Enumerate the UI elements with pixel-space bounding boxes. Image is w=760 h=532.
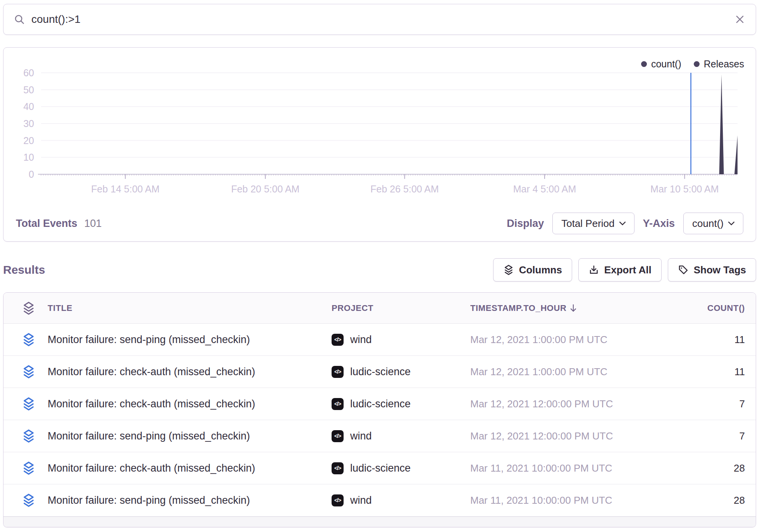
table-header-row: TITLE PROJECT TIMESTAMP.TO_HOUR COUNT() bbox=[3, 293, 756, 324]
sort-desc-icon bbox=[570, 304, 577, 312]
table-row[interactable]: Monitor failure: check-auth (missed_chec… bbox=[3, 356, 756, 388]
discover-page: count() Releases 0102030405060Feb 14 5:0… bbox=[0, 0, 760, 532]
event-timestamp[interactable]: Mar 12, 2021 12:00:00 PM UTC bbox=[470, 430, 668, 442]
yaxis-dropdown-value: count() bbox=[692, 218, 724, 230]
stack-icon[interactable] bbox=[22, 397, 36, 411]
table-row[interactable]: Monitor failure: check-auth (missed_chec… bbox=[3, 452, 756, 484]
results-actions: Columns Export All Show Tags bbox=[493, 258, 756, 281]
event-count[interactable]: 11 bbox=[668, 334, 756, 346]
svg-text:20: 20 bbox=[23, 135, 34, 146]
svg-text:40: 40 bbox=[23, 101, 34, 112]
event-title[interactable]: Monitor failure: check-auth (missed_chec… bbox=[48, 398, 332, 410]
table-body: Monitor failure: send-ping (missed_check… bbox=[3, 324, 756, 517]
project-cell[interactable]: </> ludic-science bbox=[332, 462, 470, 474]
code-icon: </> bbox=[334, 497, 341, 503]
legend-label-releases: Releases bbox=[704, 58, 744, 70]
tag-icon bbox=[678, 264, 689, 275]
project-name: wind bbox=[350, 334, 372, 346]
stack-icon[interactable] bbox=[22, 365, 36, 379]
chart-card: count() Releases 0102030405060Feb 14 5:0… bbox=[3, 47, 756, 242]
svg-text:Feb 26 5:00 AM: Feb 26 5:00 AM bbox=[370, 184, 439, 194]
event-title[interactable]: Monitor failure: send-ping (missed_check… bbox=[48, 430, 332, 442]
event-title[interactable]: Monitor failure: send-ping (missed_check… bbox=[48, 494, 332, 506]
chart-footer: Total Events 101 Display Total Period Y-… bbox=[3, 206, 756, 241]
legend-item-releases[interactable]: Releases bbox=[694, 58, 744, 70]
chart-legend: count() Releases bbox=[641, 58, 744, 70]
clear-search-icon[interactable] bbox=[734, 14, 746, 25]
show-tags-button[interactable]: Show Tags bbox=[668, 258, 756, 281]
search-icon bbox=[14, 14, 25, 25]
event-count[interactable]: 7 bbox=[668, 398, 756, 410]
project-avatar: </> bbox=[332, 430, 344, 442]
legend-item-count[interactable]: count() bbox=[641, 58, 681, 70]
event-count[interactable]: 7 bbox=[668, 430, 756, 442]
stack-icon[interactable] bbox=[22, 301, 36, 315]
chevron-down-icon bbox=[619, 221, 626, 225]
event-count[interactable]: 11 bbox=[668, 366, 756, 378]
stack-icon[interactable] bbox=[22, 461, 36, 475]
project-cell[interactable]: </> wind bbox=[332, 430, 470, 442]
search-bar bbox=[3, 4, 756, 35]
project-name: wind bbox=[350, 494, 372, 506]
table-row[interactable]: Monitor failure: send-ping (missed_check… bbox=[3, 484, 756, 517]
svg-text:10: 10 bbox=[23, 152, 34, 163]
stack-icon[interactable] bbox=[22, 333, 36, 347]
project-cell[interactable]: </> wind bbox=[332, 334, 470, 346]
timestamp-header-label: TIMESTAMP.TO_HOUR bbox=[470, 303, 567, 313]
table-row[interactable]: Monitor failure: send-ping (missed_check… bbox=[3, 324, 756, 356]
total-events: Total Events 101 bbox=[16, 218, 102, 230]
chart-controls: Display Total Period Y-Axis count() bbox=[507, 213, 743, 234]
event-timestamp[interactable]: Mar 12, 2021 1:00:00 PM UTC bbox=[470, 334, 668, 346]
project-name: ludic-science bbox=[350, 462, 411, 474]
table-footer bbox=[3, 517, 756, 527]
export-all-button-label: Export All bbox=[604, 264, 652, 276]
event-timestamp[interactable]: Mar 11, 2021 10:00:00 PM UTC bbox=[470, 494, 668, 506]
results-table: TITLE PROJECT TIMESTAMP.TO_HOUR COUNT() … bbox=[3, 292, 756, 527]
column-header-title[interactable]: TITLE bbox=[48, 303, 332, 313]
column-header-count[interactable]: COUNT() bbox=[668, 303, 756, 313]
display-dropdown[interactable]: Total Period bbox=[552, 213, 634, 234]
svg-text:30: 30 bbox=[23, 118, 34, 129]
svg-text:Feb 14 5:00 AM: Feb 14 5:00 AM bbox=[91, 184, 160, 194]
display-label: Display bbox=[507, 218, 544, 230]
code-icon: </> bbox=[334, 336, 341, 343]
column-header-timestamp[interactable]: TIMESTAMP.TO_HOUR bbox=[470, 303, 668, 313]
project-avatar: </> bbox=[332, 494, 344, 506]
event-title[interactable]: Monitor failure: send-ping (missed_check… bbox=[48, 334, 332, 346]
table-row[interactable]: Monitor failure: check-auth (missed_chec… bbox=[3, 388, 756, 420]
svg-text:Mar 10 5:00 AM: Mar 10 5:00 AM bbox=[650, 184, 719, 194]
project-cell[interactable]: </> wind bbox=[332, 494, 470, 506]
columns-button[interactable]: Columns bbox=[493, 258, 572, 281]
event-count[interactable]: 28 bbox=[668, 462, 756, 474]
svg-text:Mar 4 5:00 AM: Mar 4 5:00 AM bbox=[513, 184, 576, 194]
download-icon bbox=[588, 264, 599, 275]
project-cell[interactable]: </> ludic-science bbox=[332, 398, 470, 410]
layers-icon bbox=[503, 264, 514, 275]
svg-text:0: 0 bbox=[29, 169, 34, 180]
event-timestamp[interactable]: Mar 12, 2021 12:00:00 PM UTC bbox=[470, 398, 668, 410]
stack-icon[interactable] bbox=[22, 493, 36, 507]
code-icon: </> bbox=[334, 401, 341, 407]
project-avatar: </> bbox=[332, 462, 344, 474]
search-input[interactable] bbox=[31, 13, 734, 26]
event-count[interactable]: 28 bbox=[668, 494, 756, 506]
event-timestamp[interactable]: Mar 11, 2021 10:00:00 PM UTC bbox=[470, 462, 668, 474]
project-name: ludic-science bbox=[350, 366, 411, 378]
event-timestamp[interactable]: Mar 12, 2021 1:00:00 PM UTC bbox=[470, 366, 668, 378]
yaxis-dropdown[interactable]: count() bbox=[683, 213, 743, 234]
results-bar: Results Columns Export All Show Tags bbox=[3, 256, 756, 283]
export-all-button[interactable]: Export All bbox=[578, 258, 662, 281]
chart-svg: 0102030405060Feb 14 5:00 AMFeb 20 5:00 A… bbox=[3, 48, 755, 203]
event-title[interactable]: Monitor failure: check-auth (missed_chec… bbox=[48, 462, 332, 474]
project-cell[interactable]: </> ludic-science bbox=[332, 366, 470, 378]
table-row[interactable]: Monitor failure: send-ping (missed_check… bbox=[3, 420, 756, 452]
legend-dot-icon bbox=[694, 61, 700, 67]
project-avatar: </> bbox=[332, 334, 344, 346]
code-icon: </> bbox=[334, 433, 341, 439]
display-dropdown-value: Total Period bbox=[561, 218, 614, 230]
column-header-project[interactable]: PROJECT bbox=[332, 303, 470, 313]
svg-text:50: 50 bbox=[23, 84, 34, 95]
stack-icon[interactable] bbox=[22, 429, 36, 443]
legend-dot-icon bbox=[641, 61, 647, 67]
event-title[interactable]: Monitor failure: check-auth (missed_chec… bbox=[48, 366, 332, 378]
